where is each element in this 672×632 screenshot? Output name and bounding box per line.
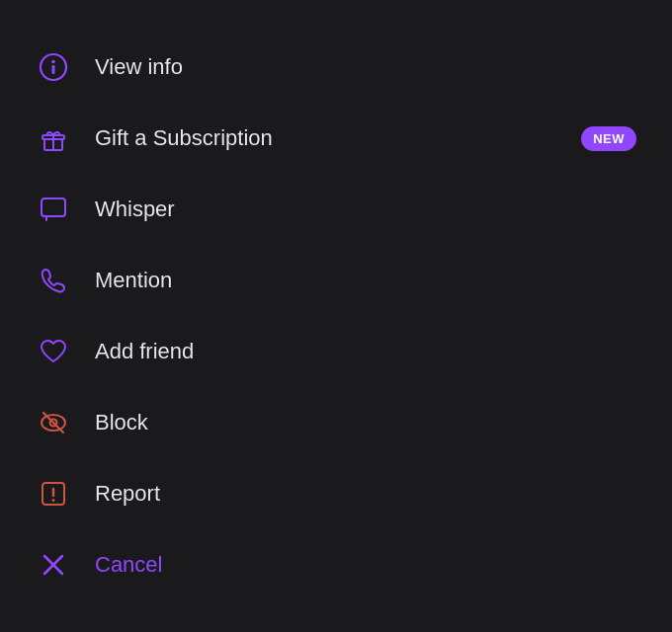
mention-label: Mention bbox=[95, 268, 636, 293]
menu-item-block[interactable]: Block bbox=[0, 387, 672, 458]
block-icon bbox=[36, 405, 71, 440]
menu-item-view-info[interactable]: View info bbox=[0, 32, 672, 103]
report-icon bbox=[36, 476, 71, 512]
whisper-label: Whisper bbox=[95, 197, 636, 222]
menu-item-whisper[interactable]: Whisper bbox=[0, 174, 672, 245]
menu-item-report[interactable]: Report bbox=[0, 458, 672, 529]
add-friend-label: Add friend bbox=[95, 339, 636, 364]
gift-icon bbox=[36, 120, 71, 156]
context-menu: View info Gift a Subscription NEW bbox=[0, 20, 672, 612]
gift-subscription-label: Gift a Subscription bbox=[95, 125, 557, 151]
mention-icon bbox=[36, 263, 71, 298]
svg-rect-1 bbox=[52, 65, 55, 74]
svg-rect-6 bbox=[42, 198, 65, 216]
menu-item-cancel[interactable]: Cancel bbox=[0, 529, 672, 600]
info-icon bbox=[36, 49, 71, 85]
menu-item-mention[interactable]: Mention bbox=[0, 245, 672, 316]
cancel-icon bbox=[36, 547, 71, 583]
menu-item-gift-subscription[interactable]: Gift a Subscription NEW bbox=[0, 103, 672, 174]
whisper-icon bbox=[36, 192, 71, 227]
menu-item-add-friend[interactable]: Add friend bbox=[0, 316, 672, 387]
view-info-label: View info bbox=[95, 54, 636, 80]
block-label: Block bbox=[95, 410, 636, 435]
heart-icon bbox=[36, 334, 71, 369]
cancel-label: Cancel bbox=[95, 552, 636, 578]
report-label: Report bbox=[95, 481, 636, 507]
svg-point-12 bbox=[52, 499, 55, 502]
svg-point-2 bbox=[51, 60, 55, 64]
new-badge: NEW bbox=[581, 126, 636, 151]
